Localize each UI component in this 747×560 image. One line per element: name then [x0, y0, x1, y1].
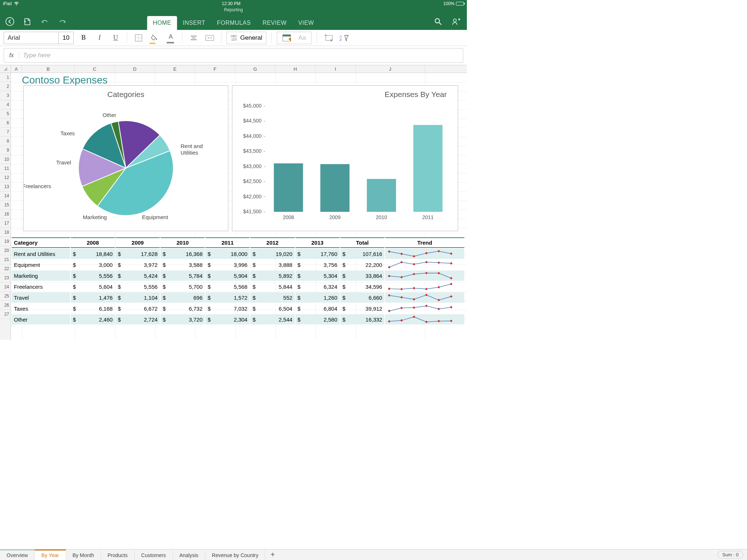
- expenses-bar-chart[interactable]: Expenses By Year $41,500$42,000$42,500$4…: [232, 85, 458, 231]
- row-header-8[interactable]: 8: [0, 137, 11, 146]
- table-header[interactable]: Trend: [385, 237, 464, 248]
- table-header[interactable]: 2012: [250, 237, 294, 248]
- svg-point-1: [6, 18, 14, 26]
- font-color-button[interactable]: A: [165, 32, 177, 44]
- table-header[interactable]: 2011: [205, 237, 249, 248]
- expenses-table[interactable]: Category200820092010201120122013TotalTre…: [11, 237, 465, 325]
- insert-delete-button[interactable]: +×: [322, 32, 334, 44]
- row-header-9[interactable]: 9: [0, 146, 11, 155]
- number-format-picker[interactable]: ABC123 General: [227, 32, 266, 44]
- table-header[interactable]: 2010: [160, 237, 205, 248]
- align-button[interactable]: [187, 32, 200, 44]
- svg-rect-49: [367, 179, 396, 212]
- table-row[interactable]: Equipment$3,000$3,972$3,588$3,996$3,888$…: [12, 260, 464, 270]
- col-header-D[interactable]: D: [115, 65, 155, 73]
- italic-button[interactable]: I: [93, 32, 106, 44]
- col-header-C[interactable]: C: [75, 65, 115, 73]
- row-header-19[interactable]: 19: [0, 237, 11, 246]
- col-header-J[interactable]: J: [356, 65, 425, 73]
- font-name[interactable]: Arial: [4, 32, 59, 44]
- row-header-14[interactable]: 14: [0, 191, 11, 201]
- row-header-15[interactable]: 15: [0, 201, 11, 210]
- borders-button[interactable]: [132, 32, 145, 44]
- row-header-16[interactable]: 16: [0, 210, 11, 219]
- row-header-1[interactable]: 1: [0, 73, 11, 82]
- svg-rect-81: [437, 299, 440, 301]
- bold-button[interactable]: B: [77, 32, 90, 44]
- column-headers[interactable]: ABCDEFGHIJ: [0, 65, 467, 73]
- row-header-23[interactable]: 23: [0, 273, 11, 283]
- col-header-F[interactable]: F: [195, 65, 235, 73]
- row-header-18[interactable]: 18: [0, 228, 11, 237]
- col-header-E[interactable]: E: [155, 65, 195, 73]
- redo-button[interactable]: [58, 17, 67, 26]
- table-header[interactable]: 2009: [116, 237, 160, 248]
- row-headers[interactable]: 1234567891011121314151617181920212223242…: [0, 73, 11, 340]
- svg-rect-57: [437, 250, 440, 252]
- table-row[interactable]: Travel$1,476$1,104$696$1,572$552$1,260$6…: [12, 292, 464, 303]
- sheet-title[interactable]: Contoso Expenses: [22, 74, 108, 86]
- row-header-7[interactable]: 7: [0, 128, 11, 137]
- svg-text:$43,000: $43,000: [243, 163, 262, 169]
- ribbon-tab-formulas[interactable]: FORMULAS: [211, 16, 257, 30]
- ribbon-tab-home[interactable]: HOME: [147, 16, 177, 30]
- row-header-22[interactable]: 22: [0, 264, 11, 273]
- row-header-25[interactable]: 25: [0, 292, 11, 301]
- row-header-3[interactable]: 3: [0, 91, 11, 100]
- col-header-I[interactable]: I: [316, 65, 356, 73]
- table-header[interactable]: Category: [12, 237, 70, 248]
- row-header-24[interactable]: 24: [0, 283, 11, 292]
- worksheet-grid[interactable]: 1234567891011121314151617181920212223242…: [0, 73, 467, 340]
- svg-text:Equipment: Equipment: [142, 214, 169, 220]
- find-button[interactable]: [434, 18, 442, 26]
- share-button[interactable]: [452, 18, 460, 26]
- fill-color-button[interactable]: [148, 32, 161, 44]
- formula-input[interactable]: Type here: [19, 52, 463, 59]
- row-header-11[interactable]: 11: [0, 164, 11, 173]
- select-all-corner[interactable]: [0, 65, 11, 73]
- wifi-icon: [14, 2, 19, 5]
- table-row[interactable]: Marketing$5,556$5,424$5,784$5,904$5,892$…: [12, 271, 464, 281]
- row-header-12[interactable]: 12: [0, 173, 11, 182]
- table-row[interactable]: Freelancers$5,604$5,556$5,700$5,568$5,84…: [12, 281, 464, 292]
- ribbon-toolbar: Arial 10 B I U A ABC123 General Aa +× AZ: [0, 30, 467, 46]
- table-header[interactable]: Total: [340, 237, 384, 248]
- font-size[interactable]: 10: [59, 32, 73, 44]
- svg-text:2009: 2009: [329, 214, 341, 220]
- row-header-17[interactable]: 17: [0, 219, 11, 228]
- row-header-2[interactable]: 2: [0, 82, 11, 91]
- ribbon-tab-insert[interactable]: INSERT: [177, 16, 211, 30]
- row-header-21[interactable]: 21: [0, 255, 11, 264]
- col-header-G[interactable]: G: [235, 65, 275, 73]
- file-button[interactable]: [23, 17, 32, 26]
- back-button[interactable]: [5, 17, 15, 26]
- undo-button[interactable]: [40, 17, 50, 26]
- formula-bar[interactable]: fx Type here: [4, 48, 463, 63]
- sort-filter-button[interactable]: AZ: [338, 32, 351, 44]
- row-header-10[interactable]: 10: [0, 155, 11, 164]
- row-header-13[interactable]: 13: [0, 182, 11, 191]
- ribbon-tab-review[interactable]: REVIEW: [257, 16, 293, 30]
- table-row[interactable]: Rent and Utilities$18,840$17,628$16,368$…: [12, 249, 464, 259]
- font-picker[interactable]: Arial 10: [4, 32, 74, 44]
- table-header[interactable]: 2013: [295, 237, 340, 248]
- svg-rect-93: [437, 320, 440, 322]
- merge-button[interactable]: [204, 32, 216, 44]
- col-header-A[interactable]: A: [11, 65, 22, 73]
- row-header-20[interactable]: 20: [0, 246, 11, 255]
- row-header-4[interactable]: 4: [0, 100, 11, 109]
- table-row[interactable]: Taxes$6,168$6,672$6,732$7,032$6,504$6,80…: [12, 303, 464, 314]
- svg-rect-54: [400, 253, 403, 255]
- row-header-26[interactable]: 26: [0, 301, 11, 310]
- row-header-5[interactable]: 5: [0, 109, 11, 118]
- table-row[interactable]: Other$2,460$2,724$3,720$2,304$2,544$2,58…: [12, 314, 464, 324]
- underline-button[interactable]: U: [109, 32, 122, 44]
- row-header-6[interactable]: 6: [0, 118, 11, 128]
- row-header-27[interactable]: 27: [0, 310, 11, 319]
- ribbon-tab-view[interactable]: VIEW: [293, 16, 320, 30]
- cell-styles-button[interactable]: Aa: [277, 32, 311, 44]
- categories-pie-chart[interactable]: Categories Rent andUtilitiesEquipmentMar…: [23, 85, 228, 231]
- col-header-B[interactable]: B: [22, 65, 75, 73]
- col-header-H[interactable]: H: [275, 65, 316, 73]
- table-header[interactable]: 2008: [71, 237, 115, 248]
